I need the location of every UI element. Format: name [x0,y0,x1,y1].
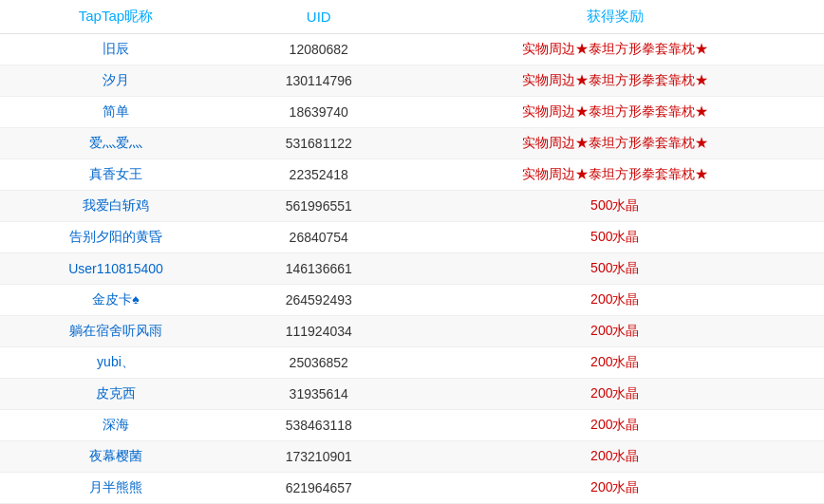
cell-reward: 实物周边★泰坦方形拳套靠枕★ [406,34,824,65]
cell-uid: 538463118 [232,410,406,441]
table-row: yubi、25036852200水晶 [0,347,824,379]
cell-uid: 146136661 [232,253,406,285]
cell-reward: 500水晶 [406,191,824,222]
cell-reward: 实物周边★泰坦方形拳套靠枕★ [406,128,824,159]
cell-name: 简单 [0,97,232,128]
table-row: 夜幕樱菌173210901200水晶 [0,441,824,473]
cell-uid: 31935614 [232,379,406,410]
table-row: 爱灬爱灬531681122实物周边★泰坦方形拳套靠枕★ [0,128,824,159]
table-row: 汐月130114796实物周边★泰坦方形拳套靠枕★ [0,65,824,97]
cell-name: User110815400 [0,253,232,285]
header-uid: UID [232,0,406,34]
cell-name: yubi、 [0,347,232,379]
table-row: 旧辰12080682实物周边★泰坦方形拳套靠枕★ [0,34,824,65]
cell-name: 夜幕樱菌 [0,441,232,473]
table-row: 简单18639740实物周边★泰坦方形拳套靠枕★ [0,97,824,128]
table-row: 金皮卡♠264592493200水晶 [0,285,824,316]
cell-uid: 25036852 [232,347,406,379]
cell-name: 躺在宿舍听风雨 [0,316,232,347]
cell-uid: 531681122 [232,128,406,159]
table-row: User110815400146136661500水晶 [0,253,824,285]
cell-reward: 200水晶 [406,473,824,504]
cell-uid: 22352418 [232,159,406,191]
header-reward: 获得奖励 [406,0,824,34]
header-name: TapTap昵称 [0,0,232,34]
cell-uid: 111924034 [232,316,406,347]
cell-reward: 200水晶 [406,441,824,473]
table-row: 月半熊熊621964657200水晶 [0,473,824,504]
cell-reward: 500水晶 [406,222,824,253]
table-row: 躺在宿舍听风雨111924034200水晶 [0,316,824,347]
table-row: 我爱白斩鸡561996551500水晶 [0,191,824,222]
table-row: 真香女王22352418实物周边★泰坦方形拳套靠枕★ [0,159,824,191]
cell-reward: 500水晶 [406,253,824,285]
cell-uid: 26840754 [232,222,406,253]
cell-uid: 173210901 [232,441,406,473]
cell-reward: 200水晶 [406,316,824,347]
cell-name: 月半熊熊 [0,473,232,504]
table-header-row: TapTap昵称 UID 获得奖励 [0,0,824,34]
table-row: 皮克西31935614200水晶 [0,379,824,410]
table-row: 告别夕阳的黄昏26840754500水晶 [0,222,824,253]
cell-uid: 561996551 [232,191,406,222]
main-container: TapTap昵称 UID 获得奖励 旧辰12080682实物周边★泰坦方形拳套靠… [0,0,824,504]
cell-name: 真香女王 [0,159,232,191]
cell-uid: 130114796 [232,65,406,97]
cell-name: 告别夕阳的黄昏 [0,222,232,253]
cell-reward: 200水晶 [406,379,824,410]
cell-reward: 实物周边★泰坦方形拳套靠枕★ [406,97,824,128]
cell-reward: 实物周边★泰坦方形拳套靠枕★ [406,159,824,191]
cell-name: 旧辰 [0,34,232,65]
cell-name: 爱灬爱灬 [0,128,232,159]
cell-name: 金皮卡♠ [0,285,232,316]
rewards-table: TapTap昵称 UID 获得奖励 旧辰12080682实物周边★泰坦方形拳套靠… [0,0,824,504]
cell-uid: 264592493 [232,285,406,316]
cell-uid: 12080682 [232,34,406,65]
cell-name: 深海 [0,410,232,441]
cell-uid: 621964657 [232,473,406,504]
cell-name: 我爱白斩鸡 [0,191,232,222]
cell-name: 皮克西 [0,379,232,410]
cell-reward: 200水晶 [406,410,824,441]
cell-reward: 实物周边★泰坦方形拳套靠枕★ [406,65,824,97]
cell-reward: 200水晶 [406,285,824,316]
cell-reward: 200水晶 [406,347,824,379]
cell-name: 汐月 [0,65,232,97]
table-row: 深海538463118200水晶 [0,410,824,441]
cell-uid: 18639740 [232,97,406,128]
